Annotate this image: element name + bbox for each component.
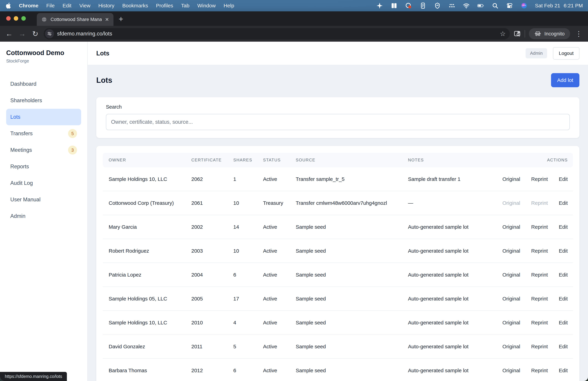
logout-button[interactable]: Logout [553,47,579,60]
reprint-link[interactable]: Reprint [531,272,548,278]
browser-tab[interactable]: Cottonwood Share Manager ✕ [37,13,113,26]
cell-status: Active [257,224,290,230]
original-link[interactable]: Original [502,296,520,302]
original-link[interactable]: Original [502,368,520,373]
sidebar-item-dashboard[interactable]: Dashboard [6,76,81,92]
menu-bookmarks[interactable]: Bookmarks [122,3,148,9]
column-header-source: SOURCE [290,158,402,162]
battery-icon[interactable] [477,2,484,9]
column-header-certificate: CERTIFICATE [186,158,228,162]
menubar-clock[interactable]: Sat Feb 21 6:21 PM [535,3,583,9]
new-tab-button[interactable]: + [119,14,123,24]
address-bar[interactable]: sfdemo.manring.co/lots ☆ [44,28,510,39]
cell-notes: Sample draft transfer 1 [402,176,497,182]
edit-link[interactable]: Edit [559,176,568,182]
site-settings-icon[interactable] [45,29,54,38]
original-link[interactable]: Original [502,320,520,326]
sidebar-item-meetings[interactable]: Meetings3 [6,142,81,158]
sidebar-item-audit-log[interactable]: Audit Log [6,175,81,191]
cell-owner: Sample Holdings 10, LLC [103,176,186,182]
table-row: David Gonzalez20115ActiveSample seedAuto… [103,335,573,359]
sidebar-item-transfers[interactable]: Transfers5 [6,125,81,142]
cell-source: Sample seed [290,272,402,278]
menu-file[interactable]: File [46,3,55,9]
sidebar-badge-transfers: 5 [68,129,77,138]
reprint-link[interactable]: Reprint [531,200,548,206]
shield-badge-icon[interactable] [434,2,441,9]
original-link[interactable]: Original [502,200,520,206]
edit-link[interactable]: Edit [559,344,568,350]
sidebar-item-user-manual[interactable]: User Manual [6,191,81,208]
original-link[interactable]: Original [502,248,520,254]
screen-record-icon[interactable] [405,2,412,9]
menu-chrome[interactable]: Chrome [19,3,38,9]
cell-status: Active [257,320,290,326]
apple-menu-icon[interactable] [5,2,11,9]
reprint-link[interactable]: Reprint [531,224,548,230]
menu-view[interactable]: View [79,3,90,9]
iphone-mirroring-icon[interactable] [420,2,426,9]
zoom-window-button[interactable] [21,16,26,21]
menu-edit[interactable]: Edit [63,3,71,9]
edit-link[interactable]: Edit [559,200,568,206]
original-link[interactable]: Original [502,224,520,230]
sidebar-item-label: Admin [10,213,25,219]
reprint-link[interactable]: Reprint [531,368,548,373]
toolbar-divider [525,30,525,38]
sidebar-item-lots[interactable]: Lots [6,109,81,125]
original-link[interactable]: Original [502,344,520,350]
menu-window[interactable]: Window [197,3,216,9]
tab-search-panel-icon[interactable] [514,30,521,37]
cell-actions: OriginalReprintEdit [497,296,573,302]
back-icon[interactable]: ← [4,30,14,38]
edit-link[interactable]: Edit [559,248,568,254]
add-lot-button[interactable]: Add lot [551,73,579,87]
reprint-link[interactable]: Reprint [531,344,548,350]
bookmark-star-icon[interactable]: ☆ [500,30,506,38]
sidebar-item-label: Reports [10,163,29,170]
menu-help[interactable]: Help [224,3,234,9]
reload-icon[interactable]: ↻ [31,30,40,38]
sidebar-item-admin[interactable]: Admin [6,208,81,224]
sidebar-item-shareholders[interactable]: Shareholders [6,92,81,109]
menubar-date: Sat Feb 21 [535,3,560,9]
original-link[interactable]: Original [502,176,520,182]
original-link[interactable]: Original [502,272,520,278]
edit-link[interactable]: Edit [559,272,568,278]
siri-icon[interactable] [521,2,527,9]
browser-menu-icon[interactable]: ⋮ [574,30,584,38]
menu-profiles[interactable]: Profiles [156,3,173,9]
dots-grid-icon[interactable] [448,2,455,9]
tab-close-icon[interactable]: ✕ [105,17,109,22]
cell-certificate: 2062 [186,176,228,182]
reprint-link[interactable]: Reprint [531,320,548,326]
spotlight-search-icon[interactable] [492,2,499,9]
sidebar-item-reports[interactable]: Reports [6,158,81,175]
wifi-icon[interactable] [463,2,470,9]
sparkle-icon[interactable] [376,2,383,9]
reprint-link[interactable]: Reprint [531,248,548,254]
forward-icon[interactable]: → [18,30,27,38]
minimize-window-button[interactable] [14,16,18,21]
control-center-icon[interactable] [506,2,513,9]
cell-status: Active [257,344,290,350]
reprint-link[interactable]: Reprint [531,296,548,302]
menu-history[interactable]: History [98,3,114,9]
sidebar-item-label: User Manual [10,197,41,203]
reprint-link[interactable]: Reprint [531,176,548,182]
column-header-actions: ACTIONS [497,158,573,162]
cell-source: Sample seed [290,224,402,230]
cell-notes: — [402,200,497,206]
edit-link[interactable]: Edit [559,320,568,326]
edit-link[interactable]: Edit [559,296,568,302]
close-window-button[interactable] [6,16,11,21]
sidebar-item-label: Dashboard [10,81,37,87]
url-text[interactable]: sfdemo.manring.co/lots [57,31,497,37]
edit-link[interactable]: Edit [559,368,568,373]
window-tiles-icon[interactable] [391,2,398,9]
edit-link[interactable]: Edit [559,224,568,230]
cell-owner: Sample Holdings 05, LLC [103,296,186,302]
search-input[interactable] [106,114,570,130]
menu-tab[interactable]: Tab [181,3,189,9]
cell-shares: 6 [228,272,257,278]
